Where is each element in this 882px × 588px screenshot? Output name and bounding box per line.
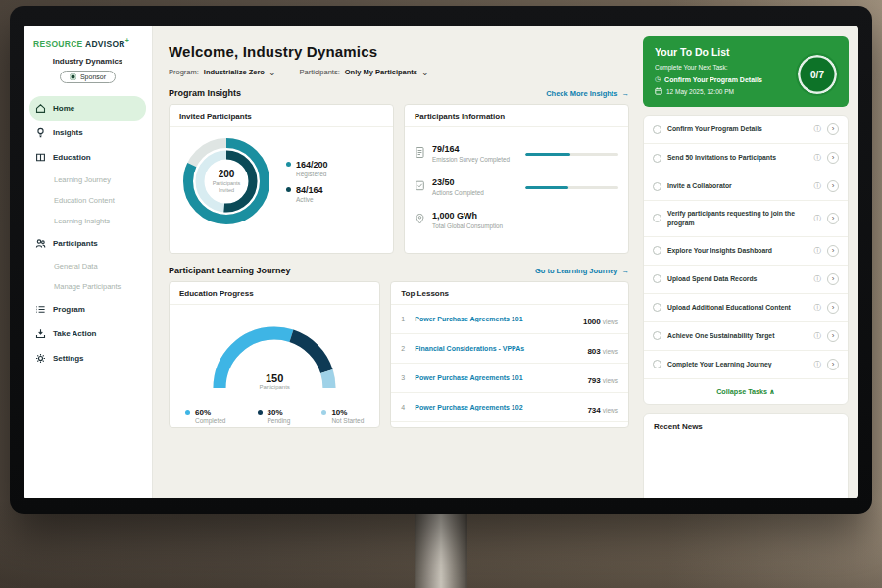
lesson-link[interactable]: Power Purchase Agreements 101: [415, 316, 576, 322]
task-row[interactable]: Invite a Collaborator ⓘ ›: [644, 172, 848, 201]
task-row[interactable]: Upload Additional Educational Content ⓘ …: [644, 294, 848, 322]
info-icon[interactable]: ⓘ: [814, 181, 822, 191]
sidebar-item-learning-insights[interactable]: Learning Insights: [24, 211, 152, 231]
task-row[interactable]: Confirm Your Program Details ⓘ ›: [644, 116, 848, 144]
recent-news-card: Recent News: [643, 413, 849, 498]
task-checkbox[interactable]: [653, 125, 662, 134]
info-icon[interactable]: ⓘ: [814, 246, 822, 256]
edu-legend-dot-2: [321, 410, 326, 415]
task-row[interactable]: Verify participants requesting to join t…: [644, 201, 848, 237]
sidebar-item-program[interactable]: Program: [24, 297, 152, 321]
lesson-row: 5 Power Purchase Agreements 103 600views: [391, 422, 628, 428]
task-checkbox[interactable]: [653, 154, 662, 163]
chevron-right-icon[interactable]: ›: [827, 123, 839, 135]
chevron-right-icon[interactable]: ›: [827, 152, 839, 164]
sidebar-item-take-action[interactable]: Take Action: [24, 321, 152, 346]
info-icon[interactable]: ⓘ: [814, 153, 822, 163]
gauge-center-value: 150: [206, 372, 343, 384]
sidebar-item-label: Settings: [53, 354, 84, 363]
collapse-tasks-link[interactable]: Collapse Tasks ∧: [644, 379, 848, 404]
list-icon: [35, 304, 46, 315]
lesson-link[interactable]: Power Purchase Agreements 102: [415, 404, 580, 411]
brand-plus: +: [125, 37, 129, 44]
info-icon[interactable]: ⓘ: [814, 303, 822, 313]
scene: RESOURCE ADVISOR+ Industry Dynamics Spon…: [0, 0, 882, 588]
lesson-link[interactable]: Financial Considerations - VPPAs: [415, 345, 580, 352]
info-row-consumption: 1,000 GWh Total Global Consumption: [415, 211, 618, 230]
education-legend: 60% Completed 30% Pending: [179, 392, 369, 428]
task-checkbox[interactable]: [653, 246, 662, 255]
legend-item-completed: 60% Completed: [185, 408, 225, 424]
sidebar: RESOURCE ADVISOR+ Industry Dynamics Spon…: [24, 26, 153, 498]
gauge-center-label: Participants: [206, 384, 343, 390]
invited-donut-chart: 200 Participants Invited: [179, 134, 273, 228]
check-more-insights-link[interactable]: Check More Insights →: [546, 89, 629, 98]
go-to-learning-journey-link[interactable]: Go to Learning Journey →: [535, 267, 629, 275]
invited-legend-dot-1: [286, 187, 291, 192]
sidebar-item-learning-journey[interactable]: Learning Journey: [24, 170, 152, 190]
card-title: Invited Participants: [170, 105, 393, 127]
sidebar-item-participants[interactable]: Participants: [24, 231, 152, 256]
todo-next-task: Confirm Your Program Details: [664, 76, 762, 83]
participants-information-card: Participants Information 79/164 Emission…: [404, 104, 629, 254]
download-tray-icon: [35, 328, 46, 339]
chevron-right-icon[interactable]: ›: [827, 330, 839, 342]
brand-secondary: ADVISOR: [85, 39, 125, 49]
info-icon[interactable]: ⓘ: [814, 331, 822, 341]
task-checkbox[interactable]: [653, 214, 662, 222]
chevron-right-icon[interactable]: ›: [827, 180, 839, 192]
task-checkbox[interactable]: [653, 303, 662, 312]
lesson-row: 1 Power Purchase Agreements 101 1000view…: [391, 305, 628, 334]
todo-progress-badge: 0/7: [796, 53, 839, 96]
sidebar-item-label: Program: [53, 305, 85, 314]
task-row[interactable]: Achieve One Sustainability Target ⓘ ›: [644, 322, 848, 351]
donut-center-value: 200: [219, 169, 235, 179]
brand-logo: RESOURCE ADVISOR+: [24, 35, 152, 49]
chevron-right-icon[interactable]: ›: [827, 213, 839, 224]
chevron-right-icon[interactable]: ›: [827, 359, 839, 370]
insights-cards-row: Invited Participants: [169, 104, 629, 254]
info-icon[interactable]: ⓘ: [814, 124, 822, 134]
sidebar-nav: Home Insights Education Learning Journey…: [24, 96, 152, 370]
chevron-right-icon[interactable]: ›: [827, 273, 839, 285]
chevron-right-icon[interactable]: ›: [827, 245, 839, 257]
task-row[interactable]: Upload Spend Data Records ⓘ ›: [644, 266, 848, 294]
task-row[interactable]: Complete Your Learning Journey ⓘ ›: [644, 351, 848, 379]
sidebar-item-settings[interactable]: Settings: [24, 346, 152, 370]
lesson-row: 2 Financial Considerations - VPPAs 803vi…: [391, 334, 628, 364]
program-filter[interactable]: Program: Industrialize Zero ⌄: [169, 68, 276, 76]
clipboard-icon: [415, 145, 425, 163]
task-checkbox[interactable]: [653, 331, 662, 340]
card-title: Top Lessons: [391, 282, 628, 305]
sidebar-item-education[interactable]: Education: [24, 145, 152, 170]
sidebar-item-home[interactable]: Home: [29, 96, 146, 121]
arrow-right-icon: →: [622, 89, 630, 98]
card-title: Participants Information: [405, 105, 628, 127]
info-icon[interactable]: ⓘ: [814, 274, 822, 284]
actions-progress-bar: [525, 186, 618, 189]
info-icon[interactable]: ⓘ: [814, 360, 822, 369]
sidebar-item-education-content[interactable]: Education Content: [24, 190, 152, 211]
invited-legend: 164/200 Registered 84/164 Active: [286, 152, 328, 211]
monitor-screen: RESOURCE ADVISOR+ Industry Dynamics Spon…: [24, 26, 858, 498]
card-title: Education Progress: [170, 282, 379, 305]
info-icon[interactable]: ⓘ: [814, 214, 822, 223]
program-insights-header: Program Insights Check More Insights →: [169, 88, 629, 98]
top-lessons-card: Top Lessons 1 Power Purchase Agreements …: [390, 281, 629, 428]
task-checkbox[interactable]: [653, 182, 662, 191]
chevron-up-icon: ∧: [769, 387, 775, 396]
lesson-link[interactable]: Power Purchase Agreements 101: [415, 374, 580, 381]
task-checkbox[interactable]: [653, 274, 662, 283]
sidebar-item-general-data[interactable]: General Data: [24, 256, 152, 276]
donut-center-label: Participants Invited: [209, 180, 244, 194]
participants-filter[interactable]: Participants: Only My Participants ⌄: [300, 68, 429, 76]
sidebar-item-label: Education: [53, 153, 91, 162]
org-name: Industry Dynamics: [24, 57, 152, 66]
task-row[interactable]: Explore Your Insights Dashboard ⓘ ›: [644, 237, 848, 266]
sidebar-item-insights[interactable]: Insights: [24, 121, 152, 145]
task-row[interactable]: Send 50 Invitations to Participants ⓘ ›: [644, 144, 848, 172]
chevron-right-icon[interactable]: ›: [827, 302, 839, 314]
sidebar-item-manage-participants[interactable]: Manage Participants: [24, 276, 152, 297]
sponsor-badge[interactable]: Sponsor: [60, 71, 116, 83]
task-checkbox[interactable]: [653, 360, 662, 368]
